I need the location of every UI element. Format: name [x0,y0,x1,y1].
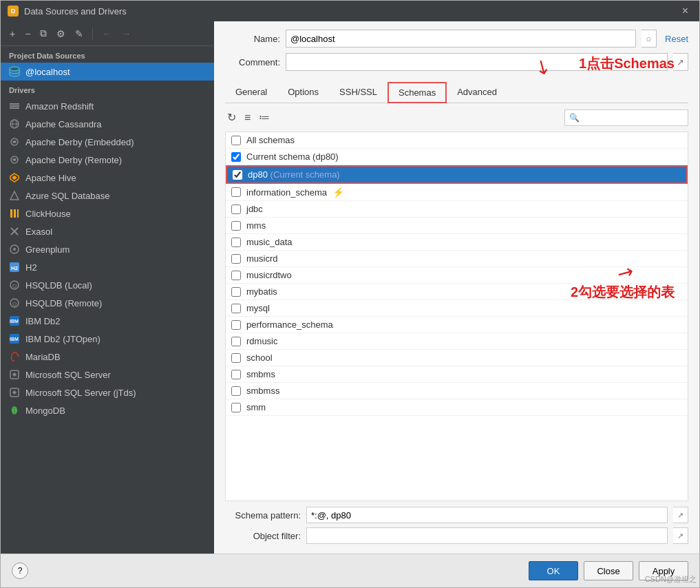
schema-checkbox-musicrd[interactable] [231,254,241,264]
schema-checkbox-all[interactable] [231,136,241,145]
schema-item-musicrdtwo[interactable]: musicrdtwo [226,267,688,284]
schema-item-current[interactable]: Current schema (dp80) [226,149,688,165]
schema-item-information-schema[interactable]: information_schema ⚡ [226,184,688,201]
driver-mariadb[interactable]: MariaDB [1,348,214,366]
driver-clickhouse[interactable]: ClickHouse [1,204,214,222]
add-button[interactable]: + [6,26,19,41]
schema-item-mybatis[interactable]: mybatis [226,284,688,300]
comment-expand-btn[interactable]: ↗ [673,53,688,71]
schema-item-all[interactable]: All schemas [226,132,688,149]
refresh-button[interactable]: ↻ [225,109,238,126]
schema-label: mybatis [246,286,277,297]
close-icon[interactable]: × [678,3,692,19]
object-filter-expand[interactable]: ↗ [673,527,688,544]
schema-pattern-expand[interactable]: ↗ [673,507,688,523]
schema-pattern-input[interactable] [306,507,668,523]
reset-link[interactable]: Reset [665,34,688,44]
schema-label: musicrdtwo [246,270,292,280]
greenplum-icon [9,244,20,255]
footer: ? OK Close Apply [1,554,699,587]
schema-item-perf[interactable]: performance_schema [226,317,688,333]
tabs-container: General Options SSH/SSL Schemas Advanced… [225,76,688,103]
schema-label: smm [246,402,266,412]
driver-apache-derby-remote[interactable]: Apache Derby (Remote) [1,151,214,169]
schema-item-jdbc[interactable]: jdbc [226,201,688,218]
driver-label: HSQLDB (Remote) [25,298,102,308]
right-panel: Name: ○ Reset Comment: ↗ General Options… [214,21,699,554]
close-button[interactable]: Close [584,561,633,580]
remove-button[interactable]: − [21,26,34,41]
schema-checkbox-dp80[interactable] [233,170,242,180]
schema-item-mms[interactable]: mms [226,218,688,234]
object-filter-input[interactable] [306,527,668,544]
comment-input[interactable] [286,53,668,71]
schema-item-dp80[interactable]: dp80 (Current schema) [226,165,688,184]
edit-button[interactable]: ✎ [72,26,87,41]
driver-greenplum[interactable]: Greenplum [1,240,214,258]
sort2-button[interactable]: ≔ [257,109,272,126]
schema-item-smbms[interactable]: smbms [226,366,688,383]
schema-label: All schemas [246,135,295,145]
schema-checkbox-mybatis[interactable] [231,287,241,297]
copy-button[interactable]: ⧉ [36,25,50,41]
schema-checkbox-smm[interactable] [231,403,241,412]
ok-button[interactable]: OK [529,561,578,580]
name-label: Name: [225,34,280,44]
driver-apache-cassandra[interactable]: Apache Cassandra [1,115,214,133]
schema-item-mysql[interactable]: mysql [226,300,688,317]
schema-checkbox-musicrdtwo[interactable] [231,271,241,280]
svg-point-18 [13,248,16,251]
schema-item-smm[interactable]: smm [226,399,688,416]
ibm-db2-icon: IBM [9,315,20,326]
schema-checkbox-smbmss[interactable] [231,386,241,396]
driver-ibm-db2-jtopen[interactable]: IBM IBM Db2 (JTOpen) [1,330,214,348]
schema-item-school[interactable]: school [226,350,688,366]
driver-apache-hive[interactable]: Apache Hive [1,169,214,187]
main-content: + − ⧉ ⚙ ✎ ← → Project Data Sources [1,21,699,554]
name-icon-btn[interactable]: ○ [641,30,657,48]
schema-item-smbmss[interactable]: smbmss [226,383,688,399]
schema-checkbox-mysql[interactable] [231,304,241,313]
schema-checkbox-info[interactable] [231,187,241,197]
schema-checkbox-music-data[interactable] [231,238,241,247]
tab-general[interactable]: General [225,82,277,103]
tab-advanced[interactable]: Advanced [447,82,507,103]
driver-amazon-redshift[interactable]: Amazon Redshift [1,97,214,115]
settings-button[interactable]: ⚙ [53,26,69,41]
driver-azure-sql[interactable]: Azure SQL Database [1,187,214,204]
driver-h2[interactable]: H2 H2 [1,258,214,276]
schema-checkbox-current[interactable] [231,152,241,162]
tab-options[interactable]: Options [277,82,329,103]
schema-item-rdmusic[interactable]: rdmusic [226,333,688,350]
amazon-redshift-icon [9,101,20,112]
driver-ms-sql[interactable]: Microsoft SQL Server [1,366,214,384]
driver-apache-derby-embedded[interactable]: Apache Derby (Embedded) [1,133,214,151]
driver-hsqldb-local[interactable]: Q HSQLDB (Local) [1,276,214,294]
schemas-search-input[interactable] [564,109,688,126]
driver-mongodb[interactable]: MongoDB [1,401,214,419]
schema-checkbox-smbms[interactable] [231,370,241,379]
schema-label: smbmss [246,386,279,396]
help-button[interactable]: ? [12,563,28,579]
driver-ibm-db2[interactable]: IBM IBM Db2 [1,312,214,330]
driver-label: Microsoft SQL Server [25,370,111,380]
svg-text:Q: Q [12,283,17,289]
driver-hsqldb-remote[interactable]: Q HSQLDB (Remote) [1,294,214,312]
name-input[interactable] [286,30,636,48]
driver-exasol[interactable]: Exasol [1,222,214,240]
schema-checkbox-jdbc[interactable] [231,204,241,214]
sort1-button[interactable]: ≡ [242,109,253,126]
schema-checkbox-perf[interactable] [231,320,241,330]
schema-checkbox-school[interactable] [231,353,241,363]
schema-item-music-data[interactable]: music_data [226,234,688,251]
schema-label: performance_schema [246,319,333,330]
svg-rect-12 [10,209,12,218]
localhost-item[interactable]: @localhost [1,63,214,81]
schema-checkbox-rdmusic[interactable] [231,337,241,346]
schema-item-musicrd[interactable]: musicrd [226,251,688,267]
tab-schemas[interactable]: Schemas [388,82,447,103]
driver-ms-sql-jtds[interactable]: Microsoft SQL Server (jTds) [1,384,214,401]
driver-label: Greenplum [25,244,70,255]
schema-checkbox-mms[interactable] [231,221,241,231]
tab-ssh-ssl[interactable]: SSH/SSL [329,82,388,103]
